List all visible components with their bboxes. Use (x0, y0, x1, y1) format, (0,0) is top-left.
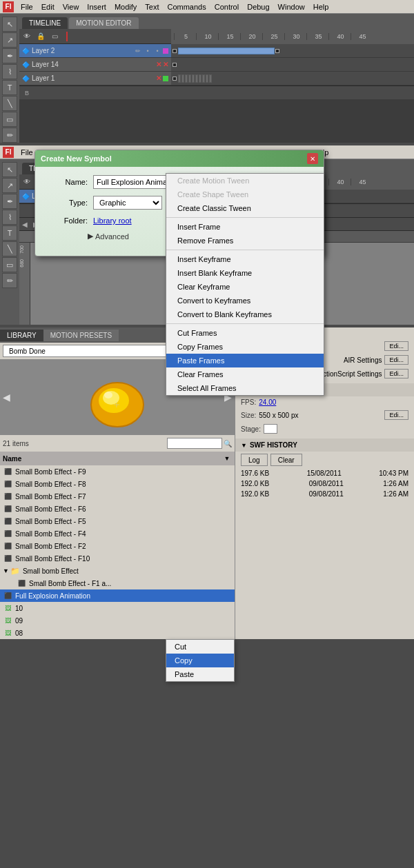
ctx-create-shape[interactable]: Create Shape Tween (166, 188, 324, 201)
tool2-text[interactable]: T (2, 225, 17, 241)
ctx-create-motion[interactable]: Create Motion Tween (166, 174, 324, 188)
bctx-paste[interactable]: Paste (166, 667, 234, 681)
menu-view[interactable]: View (59, 1, 83, 12)
ctx-paste-frames[interactable]: Paste Frames (166, 354, 324, 367)
menu-commands[interactable]: Commands (163, 1, 210, 12)
tab-library[interactable]: LIBRARY (0, 330, 43, 341)
library-file-selector[interactable]: Bomb Done (3, 345, 184, 357)
back-arrow-icon[interactable]: ◀ (22, 221, 28, 228)
layer-row-1[interactable]: 🔷 Layer 1 ✕ (19, 72, 414, 85)
layer-2-edit[interactable]: ✏ (134, 47, 142, 55)
tab-timeline-1[interactable]: TIMELINE (22, 17, 68, 29)
menu-help[interactable]: Help (309, 1, 333, 12)
lib-item-f7[interactable]: ⬛ Small Bomb Effect - F7 (0, 490, 235, 503)
tab-motion-editor-1[interactable]: MOTION EDITOR (69, 17, 138, 29)
ctx-cut-frames[interactable]: Cut Frames (166, 326, 324, 340)
lib-item-f10[interactable]: ⬛ Small Bomb Effect - F10 (0, 552, 235, 565)
lib-item-f6[interactable]: ⬛ Small Bomb Effect - F6 (0, 503, 235, 515)
menu-edit[interactable]: Edit (37, 1, 59, 12)
menu-debug[interactable]: Debug (243, 1, 273, 12)
tool-text[interactable]: T (2, 80, 17, 95)
lib-item-f2[interactable]: ⬛ Small Bomb Effect - F2 (0, 540, 235, 552)
folder-link[interactable]: Library root (93, 216, 132, 225)
menu-text[interactable]: Text (141, 1, 163, 12)
layer-row-14[interactable]: 🔷 Layer 14 ✕ ✕ (19, 58, 414, 72)
search-icon: 🔍 (224, 440, 232, 447)
tool-rect[interactable]: ▭ (2, 112, 17, 127)
preview-prev-btn[interactable]: ◀ (3, 392, 10, 403)
lib-item-08[interactable]: 🖼 08 (0, 627, 235, 639)
lib-item-10[interactable]: 🖼 10 (0, 602, 235, 614)
swf-section-label: SWF HISTORY (250, 441, 297, 449)
log-button[interactable]: Log (241, 454, 268, 466)
lib-item-f8[interactable]: ⬛ Small Bomb Effect - F8 (0, 478, 235, 490)
type-select[interactable]: Graphic Movie Clip Button (93, 196, 162, 210)
size-edit-btn[interactable]: Edi... (384, 410, 408, 420)
layer-2-frames[interactable] (171, 44, 414, 57)
lib-item-full-explosion[interactable]: ⬛ Full Explosion Animation (0, 589, 235, 602)
ctx-copy-frames[interactable]: Copy Frames (166, 340, 324, 354)
tool-subselect[interactable]: ↗ (2, 32, 17, 48)
menu-control[interactable]: Control (210, 1, 243, 12)
menu-insert[interactable]: Insert (83, 1, 110, 12)
ctx-convert-keyframes[interactable]: Convert to Keyframes (166, 294, 324, 307)
ctx-convert-blank-keyframes[interactable]: Convert to Blank Keyframes (166, 307, 324, 321)
menu-modify[interactable]: Modify (110, 1, 141, 12)
folder-expand-icon[interactable]: ▼ (3, 567, 9, 574)
ctx-clear-keyframe[interactable]: Clear Keyframe (166, 280, 324, 294)
dialog-title-bar: Create New Symbol ✕ (35, 150, 324, 167)
fps-value[interactable]: 24.00 (259, 398, 276, 406)
folder-label: Folder: (46, 216, 88, 225)
ctx-clear-frames[interactable]: Clear Frames (166, 367, 324, 381)
layer-2-lock[interactable]: • (153, 47, 161, 55)
ctx-insert-keyframe[interactable]: Insert Keyframe (166, 252, 324, 266)
bctx-copy[interactable]: Copy (166, 654, 234, 667)
tool-line[interactable]: ╲ (2, 96, 17, 111)
lib-item-f4[interactable]: ⬛ Small Bomb Effect - F4 (0, 527, 235, 540)
tool2-arrow[interactable]: ↖ (2, 162, 17, 177)
tool-pencil[interactable]: ✏ (2, 128, 17, 143)
tool-lasso[interactable]: ⌇ (2, 64, 17, 79)
swf-history-section-header: ▼ SWF HISTORY (235, 438, 414, 452)
stage-color-picker[interactable] (264, 424, 277, 434)
air-edit-btn[interactable]: Edi... (384, 355, 408, 365)
lib-item-f9[interactable]: ⬛ Small Bomb Effect - F9 (0, 465, 235, 478)
lib-item-f5[interactable]: ⬛ Small Bomb Effect - F5 (0, 515, 235, 527)
visibility-icon[interactable]: 👁 (22, 32, 32, 41)
ctx-insert-blank-keyframe[interactable]: Insert Blank Keyframe (166, 266, 324, 280)
ctx-divider-2 (166, 250, 324, 250)
clear-button[interactable]: Clear (270, 454, 302, 466)
lib-item-small-bomb-folder[interactable]: ▼ 📁 Small bomb Effect (0, 565, 235, 577)
tool2-pen[interactable]: ✒ (2, 194, 17, 209)
tool2-subselect[interactable]: ↗ (2, 178, 17, 193)
app-icon-2: Fl (3, 147, 14, 158)
tab-motion-presets[interactable]: MOTION PRESETS (43, 330, 119, 341)
lib-item-f1a[interactable]: ⬛ Small Bomb Effect - F1 a... (0, 577, 235, 589)
tool2-pencil[interactable]: ✏ (2, 273, 17, 288)
actionscript-edit-btn[interactable]: Edi... (384, 369, 408, 379)
library-search-input[interactable] (167, 438, 222, 449)
profile-edit-btn[interactable]: Edi... (384, 341, 408, 351)
lib-item-09[interactable]: 🖼 09 (0, 614, 235, 627)
tool2-line[interactable]: ╲ (2, 241, 17, 256)
lock-icon[interactable]: 🔒 (36, 32, 46, 41)
tool2-lasso[interactable]: ⌇ (2, 210, 17, 225)
tool2-rect[interactable]: ▭ (2, 257, 17, 272)
vis-icon-2[interactable]: 👁 (22, 177, 32, 187)
outline-icon[interactable]: ▭ (50, 32, 59, 41)
menu-file[interactable]: File (17, 1, 37, 12)
layer-2-vis[interactable]: • (144, 47, 152, 55)
ctx-select-all-frames[interactable]: Select All Frames (166, 381, 324, 395)
ctx-create-classic[interactable]: Create Classic Tween (166, 201, 324, 215)
tool-arrow[interactable]: ↖ (2, 17, 17, 32)
tool-pen[interactable]: ✒ (2, 48, 17, 63)
dialog-close-btn[interactable]: ✕ (307, 153, 318, 164)
advanced-toggle[interactable]: ▶ Advanced (88, 232, 129, 241)
bctx-cut[interactable]: Cut (166, 640, 234, 654)
menubar-1: Fl File Edit View Insert Modify Text Com… (0, 0, 414, 14)
sort-icon[interactable]: ▼ (222, 454, 232, 463)
layer-row-2[interactable]: 🔷 Layer 2 ✏ • • (19, 44, 414, 58)
ctx-insert-frame[interactable]: Insert Frame (166, 220, 324, 234)
ctx-remove-frames[interactable]: Remove Frames (166, 234, 324, 248)
menu-window[interactable]: Window (274, 1, 309, 12)
